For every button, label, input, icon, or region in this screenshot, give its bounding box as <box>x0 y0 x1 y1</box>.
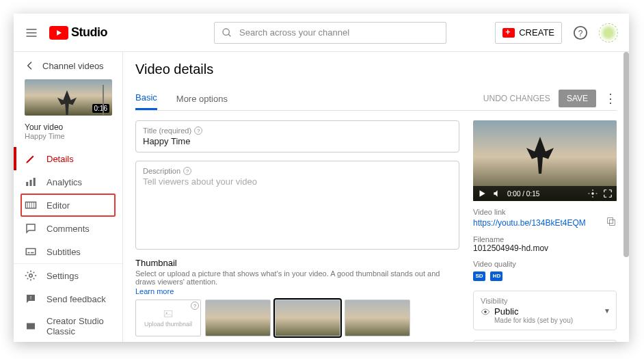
sidebar-item-details[interactable]: Details <box>14 147 122 170</box>
svg-point-0 <box>223 29 229 35</box>
sidebar-item-label: Analytics <box>46 177 82 187</box>
sidebar-item-subtitles[interactable]: Subtitles <box>14 240 122 263</box>
tab-row: Basic More options UNDO CHANGES SAVE ⋮ <box>135 87 617 111</box>
sidebar-item-label: Send feedback <box>46 294 106 304</box>
sidebar-item-label: Editor <box>46 200 70 211</box>
svg-text:!: ! <box>30 295 31 301</box>
title-label: Title (required) <box>143 127 191 135</box>
video-link-label: Video link <box>473 208 617 216</box>
volume-icon[interactable] <box>492 189 502 198</box>
learn-more-link[interactable]: Learn more <box>135 287 459 295</box>
fullscreen-icon[interactable] <box>603 189 613 198</box>
thumbnail-option-1[interactable] <box>205 300 271 336</box>
quality-label: Video quality <box>473 260 617 268</box>
topbar: Studio Search across your channel CREATE… <box>14 14 629 52</box>
sd-badge: SD <box>473 271 485 281</box>
svg-rect-15 <box>608 218 613 224</box>
thumbnail-title: Thumbnail <box>135 258 459 268</box>
thumbnail-option-3[interactable] <box>345 300 410 336</box>
create-label: CREATE <box>519 27 554 38</box>
arrow-left-icon <box>25 60 36 71</box>
description-label: Description <box>143 167 180 175</box>
sidebar-item-comments[interactable]: Comments <box>14 217 122 240</box>
upload-thumb-label: Upload thumbnail <box>144 321 192 328</box>
help-icon[interactable]: ? <box>573 25 588 40</box>
sidebar-item-label: Details <box>46 154 74 164</box>
thumbnail-subtitle: Select or upload a picture that shows wh… <box>135 269 459 286</box>
svg-rect-11 <box>164 310 172 317</box>
svg-rect-10 <box>27 323 35 330</box>
svg-point-16 <box>484 310 487 313</box>
menu-icon[interactable] <box>25 26 38 40</box>
sidebar-item-label: Subtitles <box>46 247 81 257</box>
svg-rect-3 <box>26 182 28 186</box>
back-label: Channel videos <box>42 61 104 71</box>
svg-rect-14 <box>609 220 615 225</box>
settings-icon[interactable] <box>588 189 598 198</box>
visibility-sub: Made for kids (set by you) <box>494 317 609 324</box>
gear-icon <box>25 269 37 282</box>
video-link[interactable]: https://youtu.be/134BkEt4EQM <box>473 218 586 228</box>
svg-rect-7 <box>26 249 36 255</box>
thumbnail-option-2[interactable] <box>275 300 340 336</box>
svg-rect-5 <box>33 178 36 186</box>
sidebar-item-settings[interactable]: Settings <box>14 264 122 287</box>
youtube-icon <box>49 26 68 40</box>
play-icon[interactable] <box>477 189 487 198</box>
tab-basic[interactable]: Basic <box>135 87 157 110</box>
svg-rect-6 <box>26 202 36 209</box>
comments-icon <box>25 222 37 235</box>
pencil-icon <box>25 152 37 165</box>
sidebar-item-editor[interactable]: Editor <box>21 194 116 217</box>
save-button[interactable]: SAVE <box>559 90 596 107</box>
tab-more-options[interactable]: More options <box>176 88 228 109</box>
copy-icon[interactable] <box>606 216 617 227</box>
sidebar: Channel videos 0:16 Your video Happy Tim… <box>14 52 123 342</box>
avatar[interactable] <box>599 23 618 42</box>
title-value: Happy Time <box>143 136 452 146</box>
editor-icon <box>25 199 37 211</box>
svg-text:?: ? <box>578 28 583 38</box>
duration-badge: 0:16 <box>92 104 109 113</box>
page-title: Video details <box>135 62 617 77</box>
filename-value: 1012504949-hd.mov <box>473 243 617 253</box>
classic-icon <box>25 320 37 332</box>
svg-point-13 <box>591 192 594 195</box>
filename-label: Filename <box>473 235 617 243</box>
help-icon[interactable]: ? <box>194 127 202 135</box>
more-actions-button[interactable]: ⋮ <box>604 91 617 106</box>
create-icon <box>502 28 515 38</box>
playlists-card[interactable]: Playlists ▼ <box>473 340 617 342</box>
sidebar-item-label: Comments <box>46 224 90 234</box>
description-field[interactable]: Description ? Tell viewers about your vi… <box>135 161 459 250</box>
your-video-label: Your video <box>14 122 122 132</box>
help-icon[interactable]: ? <box>183 167 191 175</box>
sidebar-item-feedback[interactable]: ! Send feedback <box>14 287 122 310</box>
svg-rect-4 <box>30 180 32 186</box>
title-field[interactable]: Title (required) ? Happy Time <box>135 120 459 152</box>
image-icon <box>162 309 174 319</box>
main-content: Video details Basic More options UNDO CH… <box>123 52 629 342</box>
studio-logo[interactable]: Studio <box>49 25 107 40</box>
undo-button[interactable]: UNDO CHANGES <box>483 94 550 103</box>
search-icon <box>222 27 232 38</box>
logo-text: Studio <box>71 25 107 40</box>
help-icon[interactable]: ? <box>191 302 199 310</box>
create-button[interactable]: CREATE <box>495 22 562 44</box>
player-controls: 0:00 / 0:15 <box>473 186 617 201</box>
sidebar-item-classic[interactable]: Creator Studio Classic <box>14 310 122 342</box>
search-input[interactable]: Search across your channel <box>214 22 446 44</box>
sidebar-item-analytics[interactable]: Analytics <box>14 170 122 194</box>
chevron-down-icon: ▼ <box>604 307 611 315</box>
visibility-label: Visibility <box>481 297 609 305</box>
visibility-card[interactable]: Visibility Public Made for kids (set by … <box>473 291 617 330</box>
search-placeholder: Search across your channel <box>239 27 349 38</box>
video-thumbnail[interactable]: 0:16 <box>25 79 112 116</box>
scrollbar[interactable] <box>623 52 629 257</box>
back-link[interactable]: Channel videos <box>14 52 122 79</box>
analytics-icon <box>25 176 37 188</box>
hd-badge: HD <box>490 271 502 281</box>
eye-icon <box>481 307 490 317</box>
video-preview[interactable]: 0:00 / 0:15 <box>473 120 617 201</box>
upload-thumbnail-button[interactable]: ? Upload thumbnail <box>135 300 201 336</box>
